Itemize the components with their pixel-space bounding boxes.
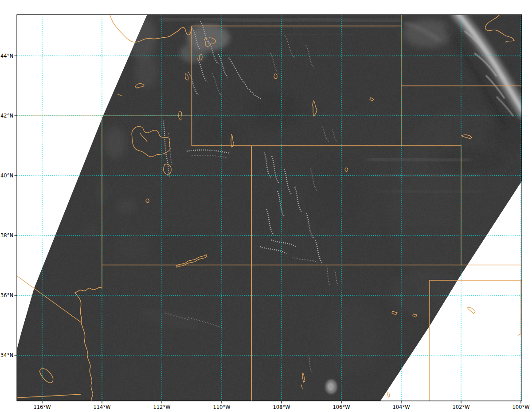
x-tick-label: 112°W [153, 404, 170, 410]
y-tick-label: 44°N [0, 53, 13, 59]
satellite-map-page: GOES-18 Channel 2 (visible) Reflectance … [0, 0, 532, 412]
x-tick-label: 110°W [213, 404, 230, 410]
x-tick-label: 114°W [93, 404, 110, 410]
x-tick-label: 108°W [273, 404, 290, 410]
x-tick-label: 100°W [512, 404, 529, 410]
y-tick-label: 42°N [0, 113, 13, 119]
x-tick-label: 116°W [33, 404, 51, 410]
satellite-map-image: 116°W 114°W 112°W 110°W 108°W 106°W 104°… [0, 0, 532, 412]
x-tick-label: 102°W [452, 404, 469, 410]
y-tick-label: 40°N [0, 173, 13, 179]
y-tick-label: 36°N [0, 292, 13, 298]
x-axis-labels: 116°W 114°W 112°W 110°W 108°W 106°W 104°… [33, 404, 529, 410]
x-tick-label: 104°W [392, 404, 410, 410]
y-tick-label: 34°N [0, 352, 13, 358]
y-tick-label: 38°N [0, 232, 13, 239]
x-tick-label: 106°W [332, 404, 350, 410]
